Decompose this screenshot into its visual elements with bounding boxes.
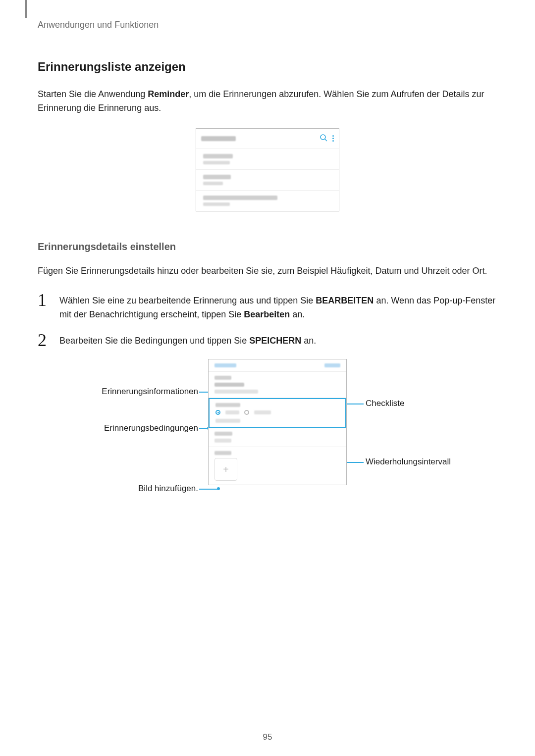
- svg-line-1: [325, 139, 327, 141]
- intro-app-name: Reminder: [148, 89, 189, 99]
- intro-text-a: Starten Sie die Anwendung: [38, 89, 148, 99]
- add-checklist-row-blurred[interactable]: [214, 390, 258, 394]
- plus-icon: +: [223, 464, 229, 475]
- callout-repeat-interval: Wiederholungsintervall: [366, 457, 451, 467]
- callout-reminder-info: Erinnerungsinformationen: [69, 387, 198, 397]
- intro-paragraph: Starten Sie die Anwendung Reminder, um d…: [38, 88, 497, 115]
- reminder-meta-blurred: [203, 202, 230, 206]
- step-number: 2: [38, 331, 51, 349]
- more-icon[interactable]: [332, 134, 334, 143]
- image-label-blurred: [214, 451, 231, 455]
- callout-reminder-conditions: Erinnerungsbedingungen: [69, 423, 198, 433]
- repeat-label-blurred: [214, 432, 232, 436]
- list-item[interactable]: [196, 149, 339, 170]
- step1-text-c: an.: [290, 309, 305, 319]
- save-button-blurred[interactable]: [324, 363, 340, 367]
- reminder-title-input-blurred[interactable]: [214, 383, 244, 387]
- radio-time-icon[interactable]: [215, 410, 220, 415]
- svg-point-0: [321, 135, 325, 140]
- step1-kw1: BEARBEITEN: [316, 296, 374, 305]
- breadcrumb: Anwendungen und Funktionen: [38, 0, 497, 60]
- reminder-app-title-blurred: [201, 136, 236, 141]
- reminder-meta-blurred: [203, 161, 230, 164]
- reminder-meta-blurred: [203, 182, 223, 185]
- connector-line: [199, 489, 218, 490]
- step1-kw2: Bearbeiten: [244, 309, 290, 319]
- reminder-list-screenshot: [196, 128, 339, 211]
- reminder-title-blurred: [203, 175, 231, 179]
- add-image-button[interactable]: +: [214, 458, 237, 481]
- image-section: +: [209, 447, 346, 485]
- repeat-value-blurred[interactable]: [214, 439, 231, 443]
- reminder-title-blurred: [203, 196, 277, 200]
- connector-endpoint: [217, 487, 220, 490]
- radio-place-icon[interactable]: [244, 410, 249, 415]
- radio-time-label-blurred: [225, 410, 239, 414]
- condition-value-blurred[interactable]: [215, 419, 240, 423]
- cancel-button-blurred[interactable]: [214, 363, 236, 367]
- section-title: Erinnerungsliste anzeigen: [38, 60, 497, 74]
- list-item[interactable]: [196, 191, 339, 211]
- step-body: Bearbeiten Sie die Bedingungen und tippe…: [59, 331, 316, 349]
- reminder-list-header: [196, 129, 339, 149]
- step-body: Wählen Sie eine zu bearbeitende Erinneru…: [59, 291, 497, 322]
- edit-screen-diagram: Erinnerungsinformationen Erinnerungsbedi…: [69, 359, 466, 517]
- search-icon[interactable]: [320, 134, 327, 144]
- reminder-title-blurred: [203, 154, 233, 158]
- list-item[interactable]: [196, 170, 339, 191]
- reminder-edit-screenshot: +: [208, 359, 347, 485]
- reminder-conditions-section: [209, 398, 346, 428]
- step-2: 2 Bearbeiten Sie die Bedingungen und tip…: [38, 331, 497, 349]
- edit-screen-header: [209, 359, 346, 371]
- page-number: 95: [0, 732, 535, 742]
- radio-place-label-blurred: [254, 410, 271, 414]
- field-label-blurred: [214, 376, 231, 380]
- step2-kw1: SPEICHERN: [249, 336, 301, 346]
- conditions-label-blurred: [215, 403, 240, 407]
- callout-add-image: Bild hinzufügen.: [69, 484, 198, 494]
- step2-text-a: Bearbeiten Sie die Bedingungen und tippe…: [59, 336, 249, 346]
- subsection-title: Erinnerungsdetails einstellen: [38, 241, 497, 252]
- step2-text-b: an.: [301, 336, 316, 346]
- reminder-info-section: [209, 372, 346, 398]
- repeat-section: [209, 428, 346, 447]
- step-1: 1 Wählen Sie eine zu bearbeitende Erinne…: [38, 291, 497, 322]
- step-number: 1: [38, 291, 51, 322]
- subsection-paragraph: Fügen Sie Erinnerungsdetails hinzu oder …: [38, 264, 497, 278]
- step1-text-a: Wählen Sie eine zu bearbeitende Erinneru…: [59, 296, 316, 305]
- callout-checklist: Checkliste: [366, 399, 404, 408]
